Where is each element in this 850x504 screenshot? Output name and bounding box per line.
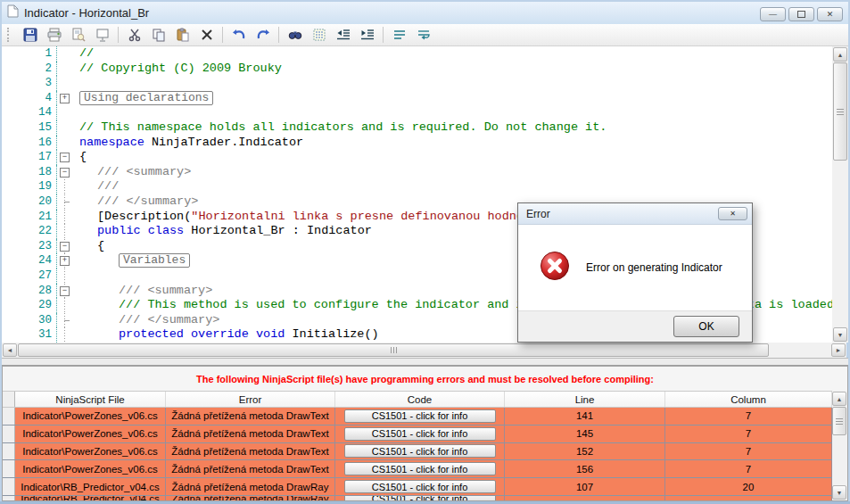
code-info-button[interactable]: CS1501 - click for info (344, 409, 496, 423)
redo-icon[interactable] (251, 25, 275, 45)
find-icon[interactable] (283, 25, 307, 45)
code-info-button[interactable]: CS1501 - click for info (344, 462, 496, 475)
code-text (72, 269, 79, 284)
code-line[interactable]: 3 (2, 76, 832, 91)
print-preview-icon[interactable] (66, 25, 90, 45)
editor-icon-margin (2, 253, 16, 269)
fold-margin: − (57, 165, 72, 180)
fold-margin (57, 210, 72, 225)
minimize-button[interactable]: — (760, 7, 786, 21)
scroll-left-icon[interactable]: ◄ (3, 343, 17, 357)
scroll-down-icon[interactable]: ▼ (832, 485, 846, 500)
error-row[interactable]: Indicator\RB_Predictor_v04.csŽádná přetí… (3, 478, 832, 496)
scroll-up-icon[interactable]: ▲ (833, 47, 847, 62)
code-line[interactable]: 17−{ (2, 150, 832, 165)
fold-margin (57, 136, 72, 151)
fold-collapse-icon[interactable]: − (60, 168, 70, 178)
cell-line (505, 496, 665, 500)
code-segment: { (79, 150, 87, 163)
outdent-icon[interactable] (331, 25, 355, 45)
code-segment: namespace (79, 136, 144, 149)
close-button[interactable]: ✕ (817, 7, 843, 21)
vscroll-thumb[interactable] (832, 407, 846, 435)
undo-icon[interactable] (227, 25, 251, 45)
code-info-button[interactable]: CS1501 - click for info (344, 444, 496, 458)
editor-vscrollbar[interactable]: ▲ ▼ (832, 46, 848, 343)
code-segment: protected override void (119, 327, 285, 341)
collapsed-region-box[interactable]: Variables (119, 253, 190, 268)
code-line[interactable]: 14 (2, 105, 832, 120)
code-line[interactable]: 18−/// <summary> (2, 165, 832, 180)
error-row[interactable]: Indicator\PowerZones_v06.csŽádná přetíže… (3, 408, 832, 426)
fold-collapse-icon[interactable]: − (60, 286, 70, 296)
error-row[interactable]: Indicator\RB_Predictor_v04.csŽádná přetí… (3, 496, 832, 500)
fold-expand-icon[interactable]: + (60, 256, 70, 266)
vscroll-thumb[interactable] (833, 62, 847, 161)
code-line[interactable]: 1// (2, 46, 832, 62)
dialog-title-bar[interactable]: Error (518, 203, 752, 225)
error-panel: The following NinjaScript file(s) have p… (2, 366, 848, 501)
code-text: /// <summary> (72, 284, 212, 299)
code-info-button[interactable]: CS1501 - click for info (344, 427, 496, 441)
fold-collapse-icon[interactable]: − (60, 153, 70, 162)
code-line[interactable]: 19/// (2, 179, 832, 194)
code-segment: /// (97, 179, 119, 193)
error-row[interactable]: Indicator\PowerZones_v06.csŽádná přetíže… (3, 460, 832, 478)
maximize-button[interactable] (788, 7, 814, 21)
indent-icon[interactable] (355, 25, 379, 45)
scroll-right-icon[interactable]: ► (831, 343, 846, 357)
code-text: protected override void Initialize() (72, 327, 379, 343)
editor-icon-margin (2, 194, 16, 210)
code-info-button[interactable]: CS1501 - click for info (344, 480, 496, 493)
column-header-code[interactable]: Code (335, 392, 505, 407)
grid-vscrollbar[interactable]: ▲ ▼ (832, 391, 847, 500)
ok-button[interactable]: OK (673, 316, 739, 337)
paste-icon[interactable] (170, 25, 194, 45)
fold-end-icon (64, 202, 70, 202)
code-line[interactable]: 2// Copyright (C) 2009 Brouky (2, 62, 832, 77)
print-icon[interactable] (42, 25, 66, 45)
cell-file: Indicator\RB_Predictor_v04.cs (15, 478, 166, 495)
column-header-line[interactable]: Line (505, 392, 665, 407)
copy-icon[interactable] (146, 25, 170, 45)
toolbar-grip-icon[interactable] (7, 28, 12, 42)
panel-splitter[interactable] (2, 358, 848, 366)
scroll-down-icon[interactable]: ▼ (833, 327, 847, 342)
cell-code: CS1501 - click for info (335, 478, 505, 495)
cell-line: 107 (505, 478, 665, 495)
column-header-column[interactable]: Column (665, 392, 832, 407)
error-row[interactable]: Indicator\PowerZones_v06.csŽádná přetíže… (3, 426, 832, 443)
select-grid-icon[interactable] (307, 25, 331, 45)
code-line[interactable]: 16namespace NinjaTrader.Indicator (2, 136, 832, 151)
align-lines-icon[interactable] (387, 25, 411, 45)
code-info-button[interactable]: CS1501 - click for info (344, 496, 496, 500)
fold-collapse-icon[interactable]: − (60, 242, 70, 252)
panel-icon[interactable] (90, 25, 114, 45)
fold-margin (57, 76, 72, 91)
column-header-ninjascript-file[interactable]: NinjaScript File (15, 392, 166, 407)
line-number: 18 (16, 165, 57, 180)
dialog-close-button[interactable]: ✕ (718, 207, 747, 220)
save-icon[interactable] (18, 25, 42, 45)
code-line[interactable]: 4+Using declarations (2, 91, 832, 106)
hscroll-thumb[interactable] (18, 343, 769, 357)
scroll-up-icon[interactable]: ▲ (832, 392, 846, 406)
line-number: 21 (16, 210, 57, 225)
error-row[interactable]: Indicator\PowerZones_v06.csŽádná přetíže… (3, 443, 832, 461)
collapsed-region-box[interactable]: Using declarations (79, 91, 213, 105)
editor-hscrollbar[interactable]: ◄ ► (2, 343, 846, 358)
title-bar[interactable]: Indicator - Horizontal_Br —✕ (2, 2, 848, 24)
column-header-error[interactable]: Error (166, 392, 335, 407)
cell-error: Žádná přetížená metoda DrawText (166, 443, 335, 460)
line-number: 23 (16, 239, 57, 254)
delete-icon[interactable] (194, 25, 219, 45)
line-number: 31 (16, 327, 57, 343)
word-wrap-icon[interactable] (411, 25, 435, 45)
cell-column (665, 496, 832, 500)
code-line[interactable]: 15// This namespace holds all indicators… (2, 120, 832, 136)
code-segment: /// </summary> (119, 313, 219, 326)
fold-expand-icon[interactable]: + (60, 94, 70, 103)
dialog-title: Error (526, 208, 550, 220)
cut-icon[interactable] (122, 25, 146, 45)
editor-icon-margin (2, 224, 16, 239)
